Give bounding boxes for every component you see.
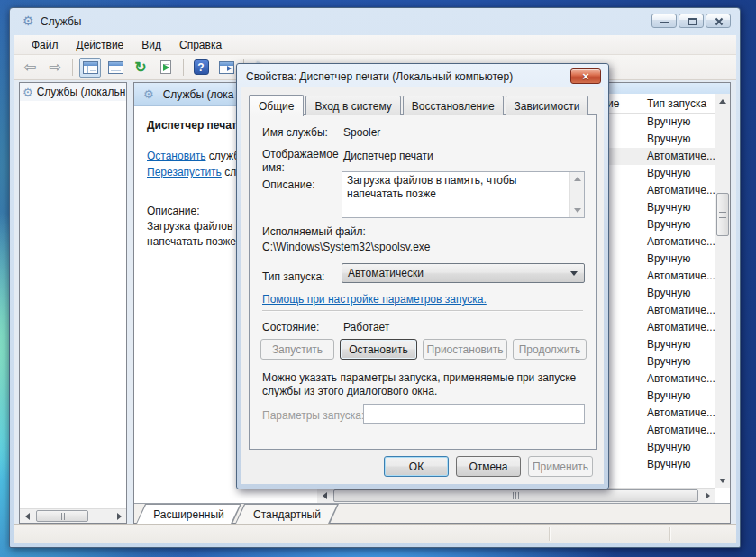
pause-button[interactable]: Приостановить: [423, 339, 507, 360]
resume-button[interactable]: Продолжить: [513, 339, 587, 360]
service-name-label: Имя службы:: [262, 126, 328, 140]
extended-view-button[interactable]: [215, 58, 237, 78]
back-icon: ⇦: [23, 59, 36, 75]
dialog-title: Свойства: Диспетчер печати (Локальный ко…: [246, 70, 513, 83]
state-label: Состояние:: [262, 321, 319, 334]
tab-extended[interactable]: Расширенный: [136, 504, 242, 524]
window-title: Службы: [41, 15, 81, 28]
show-console-tree-button[interactable]: [79, 58, 101, 78]
export-list-icon: [160, 60, 171, 74]
properties-button[interactable]: [105, 58, 126, 78]
tab-dependencies[interactable]: Зависимости: [506, 96, 589, 115]
scroll-up-button[interactable]: [715, 94, 730, 108]
service-name-value: Spooler: [343, 126, 380, 140]
tab-general[interactable]: Общие: [249, 95, 304, 116]
view-tab-bar: Расширенный Стандартный: [134, 503, 730, 523]
help-button[interactable]: ?: [190, 58, 212, 78]
banner-title: Службы (лока: [163, 88, 234, 101]
dialog-close-icon: ×: [582, 70, 589, 82]
service-properties-dialog: Свойства: Диспетчер печати (Локальный ко…: [236, 63, 609, 489]
dialog-body: Общие Вход в систему Восстановление Зави…: [241, 87, 604, 484]
dialog-close-button[interactable]: ×: [570, 68, 601, 84]
console-tree-icon: [83, 61, 98, 74]
textarea-scrollbar[interactable]: [569, 172, 584, 217]
export-list-button[interactable]: [155, 58, 177, 78]
display-name-label: Отображаемое имя:: [262, 148, 340, 175]
forward-button[interactable]: ⇨: [44, 58, 66, 78]
params-label: Параметры запуска:: [262, 409, 364, 423]
tab-recovery[interactable]: Восстановление: [403, 96, 504, 115]
exe-label: Исполняемый файл:: [262, 225, 366, 239]
stop-button[interactable]: Остановить: [340, 339, 417, 360]
refresh-button[interactable]: ↻: [130, 58, 151, 78]
chevron-down-icon: [570, 271, 578, 276]
menu-view[interactable]: Вид: [132, 36, 170, 54]
description-textarea[interactable]: Загрузка файлов в память, чтобы напечата…: [342, 171, 585, 218]
scroll-thumb[interactable]: [333, 489, 698, 502]
close-button[interactable]: [706, 14, 731, 28]
properties-icon: [108, 61, 123, 74]
menu-action[interactable]: Действие: [68, 36, 133, 54]
list-horizontal-scrollbar[interactable]: [317, 488, 715, 503]
tree-item-label: Службы (локальн: [37, 86, 126, 98]
forward-icon: ⇨: [49, 59, 61, 75]
start-button[interactable]: Запустить: [260, 339, 334, 360]
back-button[interactable]: ⇦: [19, 58, 41, 78]
maximize-icon: [688, 18, 697, 25]
scroll-right-button[interactable]: [700, 489, 715, 503]
list-vertical-scrollbar[interactable]: [715, 94, 730, 488]
menu-file[interactable]: Файл: [23, 36, 68, 54]
status-bar: [14, 524, 736, 543]
scroll-left-button[interactable]: [317, 489, 332, 503]
window-titlebar[interactable]: ⚙ Службы: [10, 8, 740, 35]
console-tree-panel: ⚙ Службы (локальн: [19, 82, 127, 524]
ok-button[interactable]: ОК: [384, 456, 449, 477]
restart-service-link[interactable]: Перезапустить: [147, 166, 222, 178]
scroll-thumb[interactable]: [36, 510, 88, 522]
scroll-right-button[interactable]: [112, 509, 126, 523]
tree-horizontal-scrollbar[interactable]: [20, 508, 126, 523]
scroll-thumb[interactable]: [716, 193, 729, 236]
params-input[interactable]: [363, 404, 585, 424]
apply-button[interactable]: Применить: [528, 456, 593, 477]
state-value: Работает: [343, 321, 389, 334]
exe-path: C:\Windows\System32\spoolsv.exe: [262, 241, 431, 254]
services-node-icon: ⚙: [23, 87, 33, 98]
minimize-icon: [660, 22, 669, 23]
cancel-button[interactable]: Отмена: [456, 456, 521, 477]
display-name-value: Диспетчер печати: [343, 150, 433, 163]
startup-type-value: Автоматически: [348, 267, 424, 279]
tab-standard[interactable]: Стандартный: [235, 504, 340, 524]
general-tab-page: Имя службы: Spooler Отображаемое имя: Ди…: [249, 114, 597, 450]
tree-item-services-local[interactable]: ⚙ Службы (локальн: [20, 83, 126, 101]
desktop: { "icons": { "gear": "⚙", "back": "⇦", "…: [0, 0, 756, 557]
startup-type-combobox[interactable]: Автоматически: [342, 263, 585, 283]
stop-service-link[interactable]: Остановить: [147, 150, 206, 162]
dialog-tab-strip: Общие Вход в систему Восстановление Зави…: [249, 95, 597, 115]
column-state-partial[interactable]: ие: [607, 97, 619, 110]
startup-type-label: Тип запуска:: [262, 270, 324, 284]
maximize-button[interactable]: [679, 14, 704, 28]
scroll-down-button[interactable]: [715, 473, 730, 488]
help-icon: ?: [194, 59, 209, 75]
description-field-label: Описание:: [262, 178, 315, 192]
menu-help[interactable]: Справка: [170, 36, 231, 54]
params-note: Можно указать параметры запуска, применя…: [262, 371, 583, 398]
refresh-icon: ↻: [134, 60, 146, 75]
menu-bar: Файл Действие Вид Справка: [14, 35, 736, 55]
extended-view-icon: [219, 61, 234, 74]
tab-logon[interactable]: Вход в систему: [305, 96, 400, 115]
scroll-left-button[interactable]: [20, 509, 34, 523]
minimize-button[interactable]: [651, 14, 677, 28]
column-startup-type[interactable]: Тип запуска: [647, 97, 706, 110]
startup-help-link[interactable]: Помощь при настройке параметров запуска.: [262, 293, 487, 306]
services-app-icon: ⚙: [23, 14, 34, 28]
banner-gear-icon: ⚙: [143, 88, 154, 100]
